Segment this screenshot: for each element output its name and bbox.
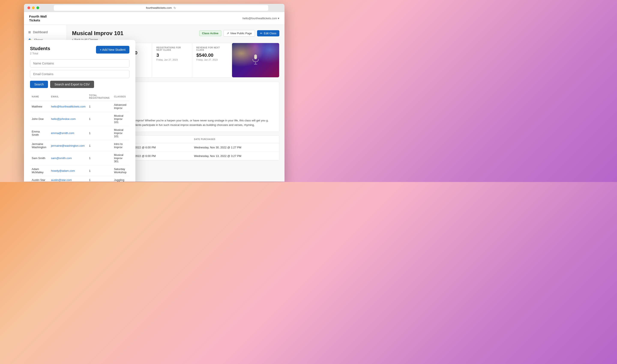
reload-icon[interactable]: ↻	[174, 6, 176, 10]
view-public-page-button[interactable]: ↗ View Public Page	[223, 30, 255, 37]
class-actions: Class Active ↗ View Public Page ✏ Edit C…	[199, 30, 279, 37]
student-classes: Musical Improv 301	[112, 151, 129, 165]
student-row: Jermaine Washington jermaine@washington.…	[30, 140, 129, 151]
students-title: Students	[30, 46, 50, 52]
user-email: hello@fourthwalltickets.com ▾	[242, 17, 279, 20]
student-email[interactable]: austin@star.com	[49, 176, 87, 182]
student-classes: Juggling	[112, 176, 129, 182]
student-email[interactable]: hello@fourthwalltickets.com	[49, 101, 87, 112]
class-header: Musical Improv 101 < Back to All Classes…	[72, 30, 279, 41]
stat-next-registrations: REGISTRATIONS FOR NEXT CLASS 3 Friday, J…	[152, 43, 192, 77]
class-title: Musical Improv 101	[72, 30, 123, 37]
dashboard-icon: ⊞	[28, 30, 31, 34]
app-header: Fourth Wall Tickets hello@fourthwalltick…	[24, 12, 284, 25]
students-header: Students 2 Total + Add New Student	[30, 46, 129, 55]
export-csv-button[interactable]: Search and Export to CSV	[50, 81, 94, 88]
user-menu[interactable]: hello@fourthwalltickets.com ▾	[242, 17, 279, 20]
student-classes: Musical Improv 101	[112, 112, 129, 126]
student-total-regs: 1	[87, 140, 112, 151]
url-bar[interactable]: fourthwalltickets.com ↻	[54, 5, 268, 11]
student-classes: Saturday Workshop	[112, 165, 129, 176]
name-contains-input[interactable]	[30, 59, 129, 67]
external-link-icon: ↗	[227, 32, 229, 35]
stat-value-3: $540.00	[196, 52, 228, 58]
edit-class-label: Edit Class	[264, 32, 276, 35]
maximize-button[interactable]	[36, 6, 39, 9]
student-row: Emma Smith emma@smith.com 1 Musical Impr…	[30, 126, 129, 140]
student-total-regs: 1	[87, 112, 112, 126]
student-total-regs: 1	[87, 101, 112, 112]
students-table: NAME EMAIL TOTAL REGISTRATIONS CLASSES M…	[30, 92, 129, 182]
add-new-student-button[interactable]: + Add New Student	[96, 46, 129, 53]
class-image-container	[232, 43, 279, 77]
stat-label-3: REVENUE FOR NEXT CLASS	[196, 46, 228, 51]
student-email[interactable]: howdy@adam.com	[49, 165, 87, 176]
student-total-regs: 1	[87, 176, 112, 182]
student-name: Jermaine Washington	[30, 140, 49, 151]
search-buttons: Search Search and Export to CSV	[30, 81, 129, 88]
student-classes: Musical Improv 101	[112, 126, 129, 140]
edit-class-button[interactable]: ✏ Edit Class	[257, 30, 279, 36]
minimize-button[interactable]	[32, 6, 35, 9]
reg-date-purchased: Wednesday, Nov 13, 2022 @ 3:27 PM	[190, 152, 279, 160]
student-name: Emma Smith	[30, 126, 49, 140]
edit-icon: ✏	[260, 32, 262, 35]
url-text: fourthwalltickets.com	[146, 6, 172, 9]
reg-date-purchased: Wednesday, Nov 30, 2022 @ 1:27 PM	[190, 143, 279, 152]
student-name: John Doe	[30, 112, 49, 126]
close-button[interactable]	[27, 6, 30, 9]
view-public-label: View Public Page	[230, 32, 252, 35]
students-panel: Students 2 Total + Add New Student Searc…	[24, 40, 135, 182]
stat-sub-2: Friday, Jan 27, 2023	[156, 58, 188, 61]
col-date-purchased: DATE PURCHASED	[190, 136, 279, 143]
browser-content: Fourth Wall Tickets hello@fourthwalltick…	[24, 12, 284, 182]
student-email[interactable]: jermaine@washington.com	[49, 140, 87, 151]
student-name: Sam Smith	[30, 151, 49, 165]
student-total-regs: 1	[87, 126, 112, 140]
student-row: Adam McMalley howdy@adam.com 1 Saturday …	[30, 165, 129, 176]
col-total-regs: TOTAL REGISTRATIONS	[87, 92, 112, 101]
student-row: Austin Star austin@star.com 1 Juggling	[30, 176, 129, 182]
student-email[interactable]: sam@smith.com	[49, 151, 87, 165]
students-count: 2 Total	[30, 52, 50, 55]
student-classes: Advanced Improv	[112, 101, 129, 112]
student-total-regs: 1	[87, 151, 112, 165]
student-total-regs: 1	[87, 165, 112, 176]
sidebar-item-dashboard[interactable]: ⊞ Dashboard	[24, 28, 67, 36]
app-logo: Fourth Wall Tickets	[29, 14, 47, 22]
browser-titlebar: fourthwalltickets.com ↻	[24, 4, 284, 12]
student-name: Matthew	[30, 101, 49, 112]
stage-lights	[232, 43, 279, 77]
stat-next-revenue: REVENUE FOR NEXT CLASS $540.00 Friday, J…	[192, 43, 232, 77]
class-image	[232, 43, 279, 77]
student-row: Sam Smith sam@smith.com 1 Musical Improv…	[30, 151, 129, 165]
search-button[interactable]: Search	[30, 81, 48, 88]
student-email[interactable]: emma@smith.com	[49, 126, 87, 140]
email-contains-input[interactable]	[30, 70, 129, 78]
sidebar-label-dashboard: Dashboard	[33, 30, 48, 34]
stat-value-2: 3	[156, 52, 188, 58]
col-name: NAME	[30, 92, 49, 101]
stat-sub-3: Friday, Jan 27, 2023	[196, 58, 228, 61]
stat-label-2: REGISTRATIONS FOR NEXT CLASS	[156, 46, 188, 51]
class-status-badge: Class Active	[199, 30, 221, 36]
col-classes: CLASSES	[112, 92, 129, 101]
student-classes: Intro to Improv	[112, 140, 129, 151]
student-email[interactable]: hello@johndoe.com	[49, 112, 87, 126]
student-name: Adam McMalley	[30, 165, 49, 176]
col-email: EMAIL	[49, 92, 87, 101]
browser-window: fourthwalltickets.com ↻ Fourth Wall Tick…	[24, 4, 284, 182]
student-row: John Doe hello@johndoe.com 1 Musical Imp…	[30, 112, 129, 126]
student-row: Matthew hello@fourthwalltickets.com 1 Ad…	[30, 101, 129, 112]
student-name: Austin Star	[30, 176, 49, 182]
